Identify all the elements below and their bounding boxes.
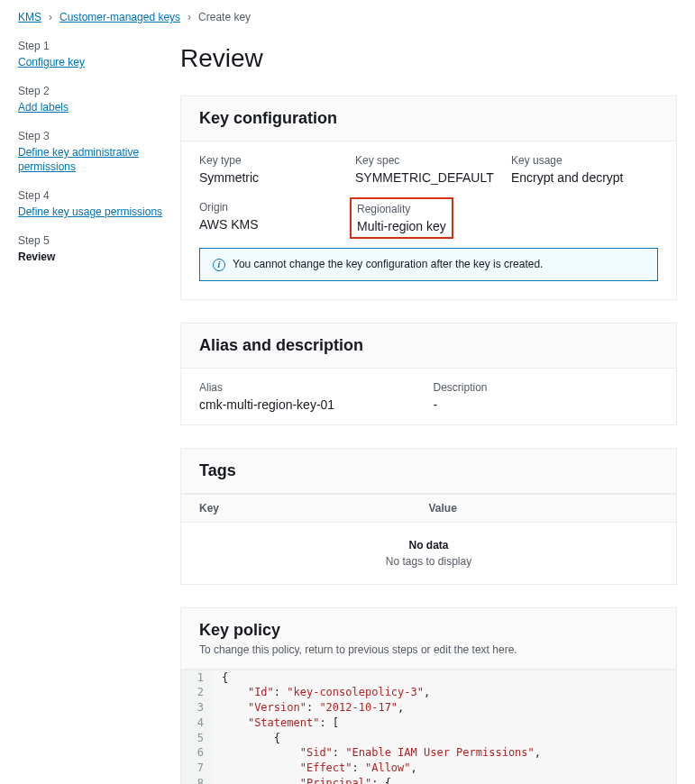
value-description: -: [434, 397, 659, 412]
label-alias: Alias: [199, 381, 425, 394]
info-icon: i: [213, 258, 225, 271]
no-data-sub: No tags to display: [197, 555, 660, 568]
highlight-regionality: Regionality Multi-region key: [350, 197, 453, 239]
no-data-title: No data: [197, 539, 660, 552]
page-title: Review: [180, 44, 677, 73]
value-key-spec: SYMMETRIC_DEFAULT: [355, 170, 502, 185]
policy-editor[interactable]: 1{2 "Id": "key-consolepolicy-3",3 "Versi…: [181, 670, 676, 785]
wizard-steps: Step 1 Configure key Step 2 Add labels S…: [0, 31, 180, 784]
step-label: Step 2: [18, 85, 180, 97]
chevron-right-icon: ›: [49, 11, 52, 23]
panel-heading: Tags: [199, 461, 658, 480]
label-key-spec: Key spec: [355, 154, 502, 167]
step-review-current: Review: [18, 251, 55, 263]
panel-heading: Key policy: [199, 621, 658, 640]
col-key: Key: [199, 502, 429, 515]
label-regionality: Regionality: [357, 203, 446, 215]
step-usage-permissions[interactable]: Define key usage permissions: [18, 205, 162, 218]
breadcrumb-current: Create key: [198, 11, 251, 23]
breadcrumb-kms[interactable]: KMS: [18, 11, 41, 23]
label-description: Description: [434, 381, 659, 394]
label-key-usage: Key usage: [511, 154, 658, 167]
value-key-usage: Encrypt and decrypt: [511, 170, 658, 185]
alert-text: You cannot change the key configuration …: [233, 258, 543, 270]
value-alias: cmk-multi-region-key-01: [199, 397, 425, 412]
value-regionality: Multi-region key: [357, 219, 446, 233]
breadcrumb-cmk[interactable]: Customer-managed keys: [59, 11, 180, 23]
panel-alias-description: Alias and description Alias cmk-multi-re…: [180, 323, 677, 425]
breadcrumb: KMS › Customer-managed keys › Create key: [0, 0, 695, 31]
panel-heading: Alias and description: [199, 336, 658, 355]
step-configure-key[interactable]: Configure key: [18, 56, 85, 68]
panel-heading: Key configuration: [199, 109, 658, 128]
info-alert: i You cannot change the key configuratio…: [199, 248, 658, 281]
panel-subheading: To change this policy, return to previou…: [199, 643, 658, 656]
label-origin: Origin: [199, 201, 346, 214]
value-origin: AWS KMS: [199, 217, 346, 232]
step-label: Step 4: [18, 189, 180, 202]
panel-tags: Tags Key Value No data No tags to displa…: [180, 448, 677, 585]
panel-key-configuration: Key configuration Key type Symmetric Key…: [180, 96, 677, 300]
step-label: Step 5: [18, 234, 180, 247]
chevron-right-icon: ›: [187, 11, 191, 23]
step-add-labels[interactable]: Add labels: [18, 101, 69, 114]
step-label: Step 3: [18, 130, 180, 142]
label-key-type: Key type: [199, 154, 346, 167]
step-admin-permissions[interactable]: Define key administrative permissions: [18, 146, 139, 173]
tags-empty: No data No tags to display: [181, 523, 676, 584]
col-value: Value: [429, 502, 659, 515]
panel-key-policy: Key policy To change this policy, return…: [180, 607, 677, 785]
value-key-type: Symmetric: [199, 170, 346, 185]
step-label: Step 1: [18, 40, 180, 52]
